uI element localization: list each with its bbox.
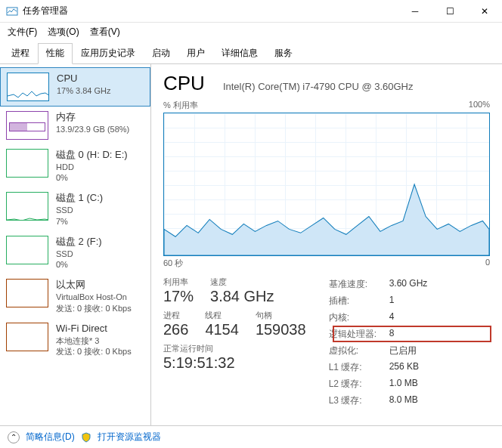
cpu-info-table: 基准速度:3.60 GHz 插槽:1 内核:4 逻辑处理器:8 虚拟化:已启用 … — [329, 278, 428, 407]
speed-value: 3.84 GHz — [210, 288, 274, 305]
thread-label: 线程 — [205, 310, 239, 321]
maximize-button[interactable]: ☐ — [432, 0, 467, 23]
menu-file[interactable]: 文件(F) — [8, 26, 37, 39]
tab-services[interactable]: 服务 — [266, 43, 301, 63]
thread-value: 4154 — [205, 321, 239, 338]
minimize-button[interactable]: ─ — [398, 0, 432, 23]
menubar: 文件(F) 选项(O) 查看(V) — [0, 23, 502, 42]
cpu-thumb-icon — [7, 73, 49, 101]
close-button[interactable]: ✕ — [467, 0, 502, 23]
main-panel: CPU Intel(R) Core(TM) i7-4790 CPU @ 3.60… — [151, 64, 502, 425]
wifi-thumb-icon — [6, 323, 48, 351]
menu-view[interactable]: 查看(V) — [90, 26, 120, 39]
sidebar-item-label: CPU — [57, 73, 111, 85]
chart-ylabel: % 利用率 — [163, 100, 198, 111]
chart-ymax: 100% — [469, 100, 490, 111]
uptime-label: 正常运行时间 — [163, 343, 306, 354]
cpu-model: Intel(R) Core(TM) i7-4790 CPU @ 3.60GHz — [223, 81, 414, 92]
brief-info-link[interactable]: 简略信息(D) — [26, 431, 75, 443]
sidebar-item-disk1[interactable]: 磁盘 1 (C:)SSD7% — [0, 187, 150, 230]
sidebar-item-label: 以太网 — [56, 279, 132, 292]
app-icon — [6, 5, 18, 17]
tab-app-history[interactable]: 应用历史记录 — [73, 43, 144, 63]
sidebar-item-disk2[interactable]: 磁盘 2 (F:)SSD0% — [0, 231, 150, 274]
sidebar-item-label: Wi-Fi Direct — [56, 323, 132, 335]
virtualization-value: 已启用 — [389, 344, 428, 357]
sidebar-item-disk0[interactable]: 磁盘 0 (H: D: E:)HDD0% — [0, 144, 150, 187]
page-title: CPU — [163, 72, 205, 95]
chevron-up-icon[interactable]: ⌃ — [8, 431, 20, 443]
proc-label: 进程 — [163, 310, 188, 321]
handle-value: 159038 — [256, 321, 306, 338]
util-label: 利用率 — [163, 277, 194, 288]
sidebar: CPU17% 3.84 GHz 内存13.9/23.9 GB (58%) 磁盘 … — [0, 64, 151, 425]
chart-xleft: 60 秒 — [163, 258, 183, 269]
sidebar-item-label: 磁盘 2 (F:) — [56, 236, 102, 249]
window-title: 任务管理器 — [23, 5, 398, 17]
tab-details[interactable]: 详细信息 — [213, 43, 266, 63]
disk-thumb-icon — [6, 236, 48, 264]
shield-icon — [81, 432, 91, 443]
tab-startup[interactable]: 启动 — [144, 43, 178, 63]
sidebar-item-wifi[interactable]: Wi-Fi Direct本地连接* 3发送: 0 接收: 0 Kbps — [0, 318, 150, 361]
sidebar-item-memory[interactable]: 内存13.9/23.9 GB (58%) — [0, 107, 150, 144]
sidebar-item-label: 磁盘 1 (C:) — [56, 192, 103, 205]
disk-thumb-icon — [6, 149, 48, 178]
proc-value: 266 — [163, 321, 188, 338]
sidebar-item-label: 内存 — [56, 111, 129, 124]
open-resource-monitor-link[interactable]: 打开资源监视器 — [98, 431, 161, 443]
memory-thumb-icon — [6, 111, 48, 140]
virtualization-label: 虚拟化: — [329, 344, 389, 357]
disk-thumb-icon — [6, 192, 48, 221]
handle-label: 句柄 — [256, 310, 306, 321]
sidebar-item-ethernet[interactable]: 以太网VirtualBox Host-On发送: 0 接收: 0 Kbps — [0, 274, 150, 317]
tab-processes[interactable]: 进程 — [3, 43, 38, 63]
uptime-value: 5:19:51:32 — [163, 354, 306, 372]
tabs: 进程 性能 应用历史记录 启动 用户 详细信息 服务 — [0, 43, 502, 64]
tab-users[interactable]: 用户 — [178, 43, 213, 63]
chart-xright: 0 — [485, 258, 490, 269]
tab-performance[interactable]: 性能 — [38, 43, 73, 64]
menu-options[interactable]: 选项(O) — [48, 26, 79, 39]
speed-label: 速度 — [210, 277, 274, 288]
util-value: 17% — [163, 288, 194, 305]
sidebar-item-label: 磁盘 0 (H: D: E:) — [56, 149, 128, 162]
ethernet-thumb-icon — [6, 279, 48, 307]
sidebar-item-cpu[interactable]: CPU17% 3.84 GHz — [0, 67, 150, 107]
cpu-chart — [163, 113, 490, 256]
